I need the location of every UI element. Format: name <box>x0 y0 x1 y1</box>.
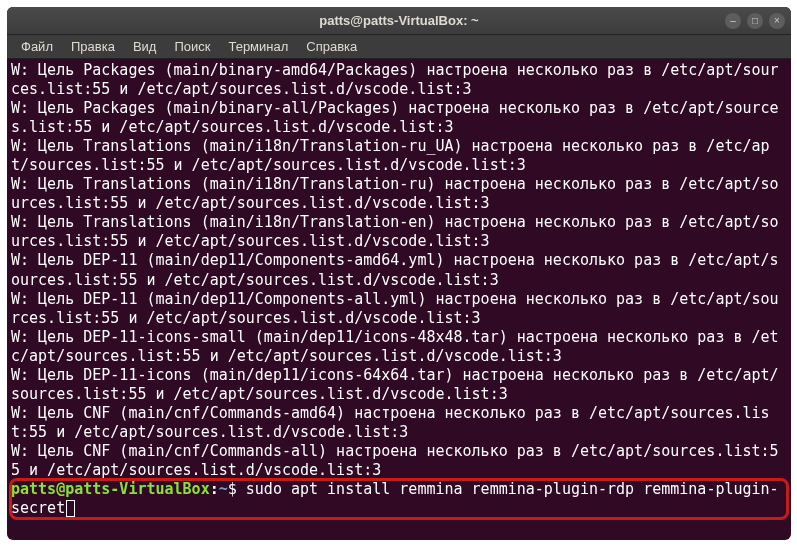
prompt-dollar: $ <box>228 480 237 498</box>
terminal-window: patts@patts-VirtualBox: ~ – □ × Файл Пра… <box>7 7 791 540</box>
prompt-row: patts@patts-VirtualBox:~$ sudo apt insta… <box>11 480 787 518</box>
menu-help[interactable]: Справка <box>298 37 365 56</box>
maximize-button[interactable]: □ <box>747 13 763 29</box>
terminal-body[interactable]: W: Цель Packages (main/binary-amd64/Pack… <box>7 59 791 540</box>
prompt-colon: : <box>210 480 219 498</box>
titlebar: patts@patts-VirtualBox: ~ – □ × <box>7 7 791 35</box>
output-line: W: Цель Translations (main/i18n/Translat… <box>11 175 787 213</box>
menu-file[interactable]: Файл <box>13 37 61 56</box>
output-line: W: Цель Translations (main/i18n/Translat… <box>11 137 787 175</box>
output-line: W: Цель DEP-11 (main/dep11/Components-al… <box>11 290 787 328</box>
maximize-icon: □ <box>752 15 758 26</box>
prompt-path: ~ <box>219 480 228 498</box>
prompt-user-host: patts@patts-VirtualBox <box>11 480 210 498</box>
command-text <box>237 480 246 498</box>
menu-search[interactable]: Поиск <box>166 37 218 56</box>
menu-view[interactable]: Вид <box>125 37 165 56</box>
menu-edit[interactable]: Правка <box>63 37 123 56</box>
output-line: W: Цель Translations (main/i18n/Translat… <box>11 213 787 251</box>
output-line: W: Цель DEP-11 (main/dep11/Components-am… <box>11 251 787 289</box>
menubar: Файл Правка Вид Поиск Терминал Справка <box>7 35 791 59</box>
cursor <box>66 500 75 517</box>
output-line: W: Цель Packages (main/binary-all/Packag… <box>11 99 787 137</box>
minimize-icon: – <box>730 15 736 26</box>
window-controls: – □ × <box>725 13 785 29</box>
output-line: W: Цель DEP-11-icons (main/dep11/icons-6… <box>11 366 787 404</box>
window-title: patts@patts-VirtualBox: ~ <box>319 13 478 28</box>
menu-terminal[interactable]: Терминал <box>220 37 296 56</box>
close-button[interactable]: × <box>769 13 785 29</box>
minimize-button[interactable]: – <box>725 13 741 29</box>
close-icon: × <box>774 15 780 26</box>
output-line: W: Цель DEP-11-icons-small (main/dep11/i… <box>11 328 787 366</box>
output-line: W: Цель CNF (main/cnf/Commands-all) наст… <box>11 442 787 480</box>
output-line: W: Цель CNF (main/cnf/Commands-amd64) на… <box>11 404 787 442</box>
output-line: W: Цель Packages (main/binary-amd64/Pack… <box>11 61 787 99</box>
